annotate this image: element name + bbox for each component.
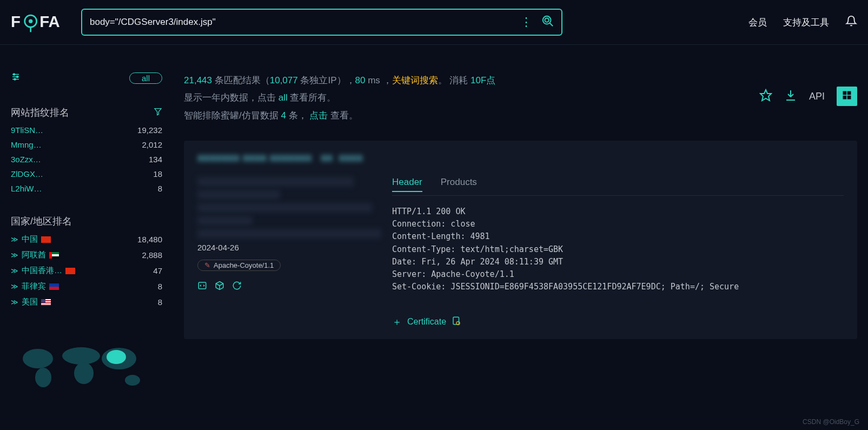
keyword-highlight: 关键词搜索 (392, 75, 438, 85)
bell-icon[interactable] (845, 15, 857, 30)
country-row[interactable]: ≫菲律宾8 (11, 281, 162, 292)
server-tag[interactable]: ✎ Apache-Coyote/1.1 (197, 260, 281, 271)
watermark: CSDN @OidBoy_G (803, 418, 859, 426)
svg-point-11 (14, 74, 15, 75)
svg-text:F: F (11, 12, 21, 30)
country-name: 中国香港… (22, 266, 62, 276)
result-right-column: Header Products HTTP/1.1 200 OK Connecti… (392, 177, 844, 328)
country-name: 菲律宾 (22, 281, 46, 292)
grid-view-button[interactable] (837, 87, 857, 106)
content-area: 21,443 条匹配结果（10,077 条独立IP），80 ms ，关键词搜索。… (184, 72, 857, 396)
api-link[interactable]: API (809, 91, 825, 102)
summary-text: 21,443 条匹配结果（10,077 条独立IP），80 ms ，关键词搜索。… (184, 72, 857, 124)
all-link[interactable]: all (279, 92, 288, 103)
fingerprint-name: ZlDGX… (11, 169, 43, 178)
all-pill[interactable]: all (129, 72, 162, 84)
svg-point-17 (35, 368, 51, 387)
svg-rect-27 (843, 91, 846, 94)
certificate-icon (452, 316, 461, 328)
chevron-icon: ≫ (11, 298, 18, 306)
fingerprint-row[interactable]: ZlDGX…18 (11, 169, 162, 178)
country-row[interactable]: ≫中国香港…47 (11, 266, 162, 276)
fingerprint-count: 2,012 (142, 140, 162, 149)
certificate-row[interactable]: ＋ Certificate (392, 315, 844, 328)
plus-icon: ＋ (392, 315, 402, 328)
logo[interactable]: F FA (11, 12, 76, 32)
blurred-row (197, 216, 253, 226)
svg-marker-14 (155, 108, 161, 115)
result-title-blurred: xxxxxxx xxxx xxxxxxx xx xxxx (197, 151, 844, 164)
fingerprint-name: L2hiW… (11, 184, 42, 193)
fingerprint-count: 8 (158, 184, 162, 193)
svg-rect-24 (453, 317, 459, 325)
flag-icon (49, 283, 59, 290)
unique-count: 10,077 (270, 75, 298, 85)
fingerprint-count: 134 (149, 155, 162, 164)
sliders-icon[interactable] (11, 72, 21, 84)
svg-point-16 (23, 349, 53, 368)
fingerprint-title-text: 网站指纹排名 (11, 106, 69, 119)
feather-icon: ✎ (204, 261, 210, 269)
chevron-icon: ≫ (11, 235, 18, 243)
country-count: 2,888 (142, 250, 162, 260)
country-count: 8 (158, 282, 162, 291)
cost: 10F点 (471, 75, 495, 85)
search-query-text: body="/CDGServer3/index.jsp" (90, 17, 216, 27)
search-input[interactable]: body="/CDGServer3/index.jsp" (90, 17, 520, 28)
blurred-row (197, 203, 372, 213)
nav-member[interactable]: 会员 (748, 16, 767, 29)
world-map[interactable] (11, 340, 151, 394)
more-icon[interactable]: ⋮ (520, 16, 532, 28)
blurred-row (197, 229, 381, 239)
country-row[interactable]: ≫阿联酋2,888 (11, 250, 162, 260)
fingerprint-section-title: 网站指纹排名 (11, 106, 162, 119)
fingerprint-row[interactable]: 3oZzx…134 (11, 155, 162, 164)
fingerprint-row[interactable]: L2hiW…8 (11, 184, 162, 193)
search-icon[interactable] (542, 15, 554, 29)
chevron-icon: ≫ (11, 282, 18, 290)
flag-icon (41, 299, 51, 306)
filter-icon[interactable] (154, 107, 162, 118)
svg-point-19 (74, 362, 94, 384)
total-count: 21,443 (184, 75, 212, 85)
svg-text:FA: FA (39, 12, 59, 30)
latency: 80 (355, 75, 366, 85)
svg-rect-29 (843, 96, 846, 99)
fingerprint-name: 9TliSN… (11, 125, 43, 135)
result-date: 2024-04-26 (197, 243, 381, 252)
svg-point-22 (107, 350, 126, 364)
fingerprint-row[interactable]: 9TliSN…19,232 (11, 125, 162, 135)
flag-icon (49, 252, 59, 259)
result-card: xxxxxxx xxxx xxxxxxx xx xxxx 2024-04-26 … (184, 141, 857, 339)
tab-products[interactable]: Products (441, 177, 477, 192)
cube-icon[interactable] (215, 281, 224, 293)
fingerprint-name: Mmng… (11, 140, 42, 149)
fingerprint-name: 3oZzx… (11, 155, 41, 164)
chevron-icon: ≫ (11, 251, 18, 259)
http-header-block: HTTP/1.1 200 OK Connection: close Conten… (392, 206, 844, 294)
svg-point-21 (125, 375, 140, 386)
click-link[interactable]: 点击 (309, 110, 328, 121)
tab-header[interactable]: Header (392, 177, 422, 192)
search-input-container: body="/CDGServer3/index.jsp" ⋮ (81, 9, 562, 36)
svg-marker-26 (760, 90, 771, 101)
fingerprint-row[interactable]: Mmng…2,012 (11, 140, 162, 149)
flag-icon (41, 236, 51, 243)
blurred-row (197, 177, 354, 187)
country-row[interactable]: ≫中国18,480 (11, 234, 162, 244)
header-bar: F FA body="/CDGServer3/index.jsp" ⋮ 会员 支… (0, 0, 868, 45)
country-count: 18,480 (137, 235, 162, 244)
fingerprint-list: 9TliSN…19,232Mmng…2,0123oZzx…134ZlDGX…18… (11, 125, 162, 193)
download-icon[interactable] (784, 89, 797, 104)
country-title-text: 国家/地区排名 (11, 215, 72, 228)
country-row[interactable]: ≫美国8 (11, 297, 162, 307)
refresh-icon[interactable] (232, 281, 242, 293)
flag-icon (65, 268, 75, 274)
svg-rect-30 (848, 96, 851, 99)
result-left-column: 2024-04-26 ✎ Apache-Coyote/1.1 (197, 177, 381, 328)
code-icon[interactable] (197, 281, 207, 293)
svg-rect-28 (848, 91, 851, 94)
star-icon[interactable] (759, 89, 772, 104)
svg-point-12 (17, 76, 18, 78)
nav-support[interactable]: 支持及工具 (783, 16, 829, 29)
